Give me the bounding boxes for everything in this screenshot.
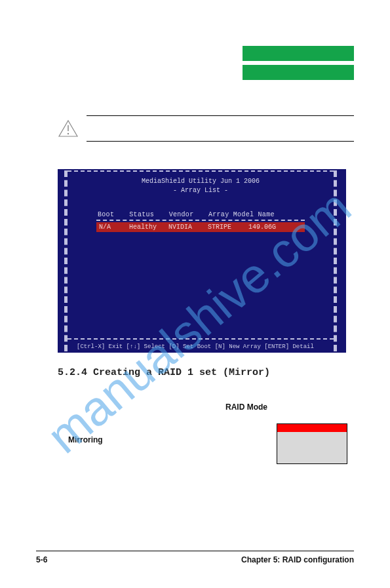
bios-title-line2: - Array List - bbox=[173, 187, 228, 194]
cell-size: 149.06G bbox=[248, 224, 281, 231]
cell-boot: N/A bbox=[99, 224, 125, 231]
page-number: 5-6 bbox=[36, 555, 47, 564]
cell-model: STRIPE bbox=[208, 224, 244, 231]
raid-mode-box bbox=[277, 423, 347, 464]
col-model: Array Model Name bbox=[208, 211, 287, 218]
header-green-box bbox=[243, 46, 354, 80]
mirroring-label: Mirroring bbox=[68, 435, 103, 444]
cell-vendor: NVIDIA bbox=[168, 224, 204, 231]
bios-title: MediaShield Utility Jun 1 2006 - Array L… bbox=[68, 177, 334, 195]
chapter-title: Chapter 5: RAID configuration bbox=[241, 555, 354, 564]
col-status: Status bbox=[129, 211, 165, 218]
bios-screenshot: MediaShield Utility Jun 1 2006 - Array L… bbox=[58, 169, 346, 353]
raid-mode-label: RAID Mode bbox=[225, 402, 267, 412]
caution-block bbox=[58, 115, 354, 142]
cell-status: Healthy bbox=[129, 224, 165, 231]
section-heading: 5.2.4 Creating a RAID 1 set (Mirror) bbox=[58, 367, 270, 378]
page-footer: 5-6 Chapter 5: RAID configuration bbox=[36, 551, 354, 564]
raid-mode-box-header bbox=[277, 424, 347, 432]
col-vendor: Vendor bbox=[169, 211, 205, 218]
col-boot: Boot bbox=[98, 211, 125, 218]
bios-footer-hints: [Ctrl-X] Exit [↑↓] Select [D] Set Boot [… bbox=[77, 343, 324, 350]
bios-array-row: N/A Healthy NVIDIA STRIPE 149.06G bbox=[96, 222, 305, 232]
bios-column-headers: Boot Status Vendor Array Model Name bbox=[98, 211, 334, 218]
warning-icon bbox=[58, 119, 77, 139]
svg-point-1 bbox=[68, 133, 69, 134]
bios-title-line1: MediaShield Utility Jun 1 2006 bbox=[142, 178, 260, 185]
